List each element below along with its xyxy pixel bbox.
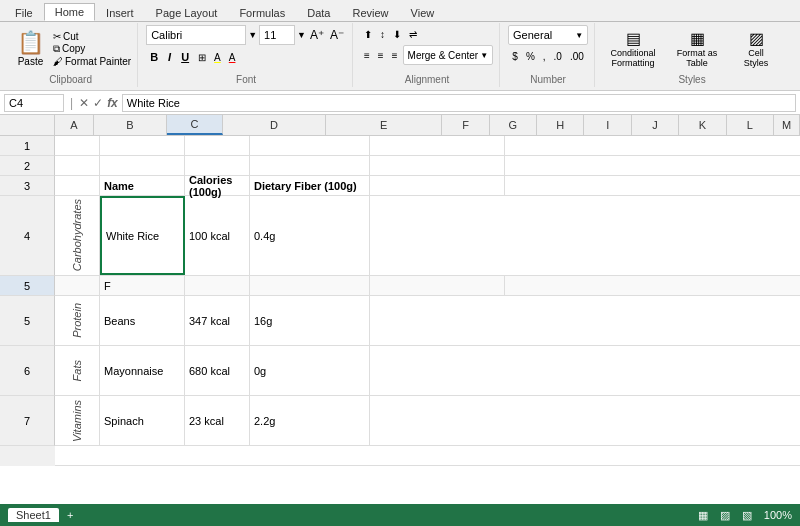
col-header-e[interactable]: E [326, 115, 442, 135]
row-num-2[interactable]: 2 [0, 156, 55, 176]
cell-styles-btn[interactable]: ▨ Cell Styles [731, 26, 781, 71]
tab-insert[interactable]: Insert [95, 4, 145, 21]
font-size-box[interactable]: 11 [259, 25, 295, 45]
cell-e1[interactable] [370, 136, 505, 155]
italic-button[interactable]: I [164, 47, 175, 67]
cell-c3-calories-header[interactable]: Calories (100g) [185, 176, 250, 195]
cell-c6-calories-fats[interactable]: 680 kcal [185, 346, 250, 395]
cell-e5l[interactable] [370, 276, 505, 295]
tab-formulas[interactable]: Formulas [228, 4, 296, 21]
increase-size-btn[interactable]: A⁺ [308, 28, 326, 42]
cell-a1[interactable] [55, 136, 100, 155]
wrap-text-btn[interactable]: ⇌ [406, 25, 420, 43]
cell-d6-fiber-fats[interactable]: 0g [250, 346, 370, 395]
col-header-d[interactable]: D [223, 115, 326, 135]
confirm-formula-icon[interactable]: ✓ [93, 96, 103, 110]
col-header-k[interactable]: K [679, 115, 726, 135]
fill-color-button[interactable]: A [211, 48, 224, 66]
row-num-5[interactable]: 5 [0, 296, 55, 346]
cell-a3[interactable] [55, 176, 100, 195]
cell-d4-calories-carbs[interactable]: 100 kcal [185, 196, 250, 275]
view-layout-btn[interactable]: ▨ [720, 509, 730, 522]
cell-d7-fiber-vitamins[interactable]: 2.2g [250, 396, 370, 445]
row-num-4[interactable]: 4 [0, 196, 55, 276]
view-page-btn[interactable]: ▧ [742, 509, 752, 522]
col-header-l[interactable]: L [727, 115, 774, 135]
tab-home[interactable]: Home [44, 3, 95, 21]
col-header-c[interactable]: C [167, 115, 223, 135]
cell-b3-name-header[interactable]: Name [100, 176, 185, 195]
cell-d2[interactable] [250, 156, 370, 175]
align-right-btn[interactable]: ≡ [389, 46, 401, 64]
cell-c2[interactable] [185, 156, 250, 175]
format-table-btn[interactable]: ▦ Format as Table [667, 26, 727, 71]
font-color-button[interactable]: A [226, 48, 239, 66]
insert-function-icon[interactable]: fx [107, 96, 118, 110]
cell-a4-carbohydrates[interactable]: Carbohydrates [55, 196, 100, 275]
underline-button[interactable]: U [177, 47, 193, 67]
percent-btn[interactable]: % [523, 47, 538, 65]
cell-a6-fats[interactable]: Fats [55, 346, 100, 395]
bold-button[interactable]: B [146, 47, 162, 67]
paste-button[interactable]: 📋 Paste [10, 25, 51, 72]
cell-b7-spinach[interactable]: Spinach [100, 396, 185, 445]
row-num-3[interactable]: 3 [0, 176, 55, 196]
cell-a2[interactable] [55, 156, 100, 175]
col-header-i[interactable]: I [584, 115, 631, 135]
col-header-f[interactable]: F [442, 115, 489, 135]
tab-file[interactable]: File [4, 4, 44, 21]
number-format-dropdown[interactable]: General ▼ [508, 25, 588, 45]
cell-c5l[interactable] [185, 276, 250, 295]
align-top-btn[interactable]: ⬆ [361, 25, 375, 43]
currency-btn[interactable]: $ [509, 47, 521, 65]
cell-e4-fiber-carbs[interactable]: 0.4g [250, 196, 370, 275]
col-header-b[interactable]: B [94, 115, 167, 135]
align-bottom-btn[interactable]: ⬇ [390, 25, 404, 43]
cell-e3[interactable] [370, 176, 505, 195]
cancel-formula-icon[interactable]: ✕ [79, 96, 89, 110]
align-middle-btn[interactable]: ↕ [377, 25, 388, 43]
cell-c7-calories-vitamins[interactable]: 23 kcal [185, 396, 250, 445]
tab-review[interactable]: Review [341, 4, 399, 21]
merge-center-btn[interactable]: Merge & Center ▼ [403, 45, 494, 65]
font-name-box[interactable]: Calibri [146, 25, 246, 45]
col-header-g[interactable]: G [490, 115, 537, 135]
cell-b2[interactable] [100, 156, 185, 175]
cell-b5-beans[interactable]: Beans [100, 296, 185, 345]
col-header-j[interactable]: J [632, 115, 679, 135]
cell-reference[interactable]: C4 [4, 94, 64, 112]
tab-view[interactable]: View [400, 4, 446, 21]
align-center-btn[interactable]: ≡ [375, 46, 387, 64]
increase-decimal-btn[interactable]: .0 [551, 47, 565, 65]
comma-btn[interactable]: , [540, 47, 549, 65]
conditional-formatting-btn[interactable]: ▤ Conditional Formatting [603, 26, 663, 71]
cell-d5-fiber-protein[interactable]: 16g [250, 296, 370, 345]
cell-c5-calories-protein[interactable]: 347 kcal [185, 296, 250, 345]
decrease-decimal-btn[interactable]: .00 [567, 47, 587, 65]
col-header-h[interactable]: H [537, 115, 584, 135]
cell-d1[interactable] [250, 136, 370, 155]
row-num-7[interactable]: 7 [0, 396, 55, 446]
cell-e2[interactable] [370, 156, 505, 175]
sheet-tab[interactable]: Sheet1 [8, 508, 59, 522]
cell-c4-white-rice[interactable]: White Rice [100, 196, 185, 275]
add-sheet-btn[interactable]: + [67, 509, 73, 521]
cell-d5l[interactable] [250, 276, 370, 295]
row-num-6[interactable]: 6 [0, 346, 55, 396]
cell-a5l[interactable] [55, 276, 100, 295]
cell-d3-fiber-header[interactable]: Dietary Fiber (100g) [250, 176, 370, 195]
view-normal-btn[interactable]: ▦ [698, 509, 708, 522]
row-num-1[interactable]: 1 [0, 136, 55, 156]
align-left-btn[interactable]: ≡ [361, 46, 373, 64]
decrease-size-btn[interactable]: A⁻ [328, 28, 346, 42]
cell-c1[interactable] [185, 136, 250, 155]
cell-a7-vitamins[interactable]: Vitamins [55, 396, 100, 445]
tab-page-layout[interactable]: Page Layout [145, 4, 229, 21]
cell-a5-protein[interactable]: Protein [55, 296, 100, 345]
col-header-a[interactable]: A [55, 115, 94, 135]
cell-b1[interactable] [100, 136, 185, 155]
cell-b5l[interactable]: F [100, 276, 185, 295]
cell-b6-mayo[interactable]: Mayonnaise [100, 346, 185, 395]
formula-input[interactable]: White Rice [122, 94, 796, 112]
col-header-m[interactable]: M [774, 115, 800, 135]
